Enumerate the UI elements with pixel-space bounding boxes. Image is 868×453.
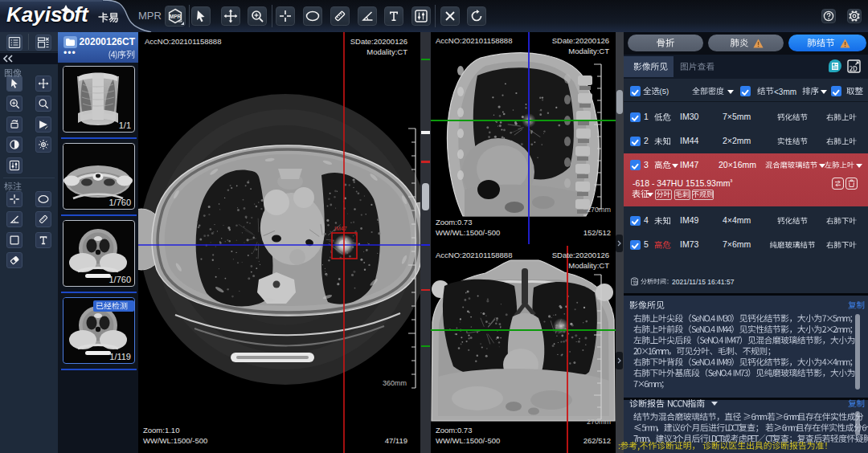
svg-text:IM47: IM47 bbox=[334, 226, 347, 231]
svg-text:MPR: MPR bbox=[170, 14, 182, 19]
